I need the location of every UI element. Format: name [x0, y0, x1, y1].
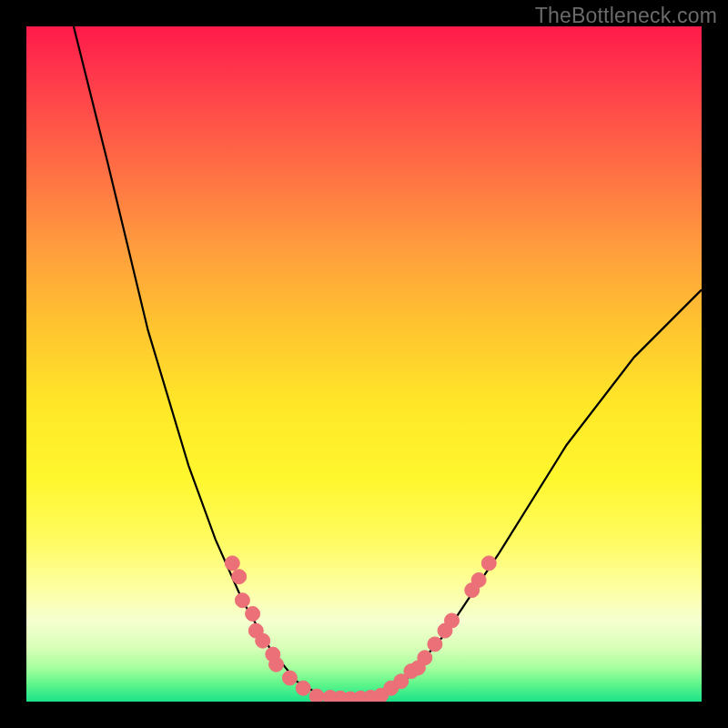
- watermark-text: TheBottleneck.com: [535, 4, 717, 28]
- data-point: [445, 613, 460, 628]
- chart-svg: [26, 26, 702, 702]
- data-point: [471, 572, 486, 587]
- data-point: [296, 681, 310, 695]
- data-point: [235, 593, 249, 608]
- plot-area: [26, 26, 702, 702]
- chart-frame: TheBottleneck.com: [0, 0, 728, 728]
- data-point: [232, 570, 247, 584]
- data-point: [428, 637, 442, 652]
- data-markers: [225, 556, 496, 702]
- data-point: [282, 671, 297, 685]
- data-point: [418, 651, 432, 665]
- data-point: [309, 689, 324, 702]
- bottleneck-curve: [74, 26, 702, 700]
- data-point: [246, 607, 260, 622]
- data-point: [225, 556, 239, 571]
- data-point: [481, 556, 496, 571]
- data-point: [269, 657, 284, 672]
- data-point: [256, 633, 270, 648]
